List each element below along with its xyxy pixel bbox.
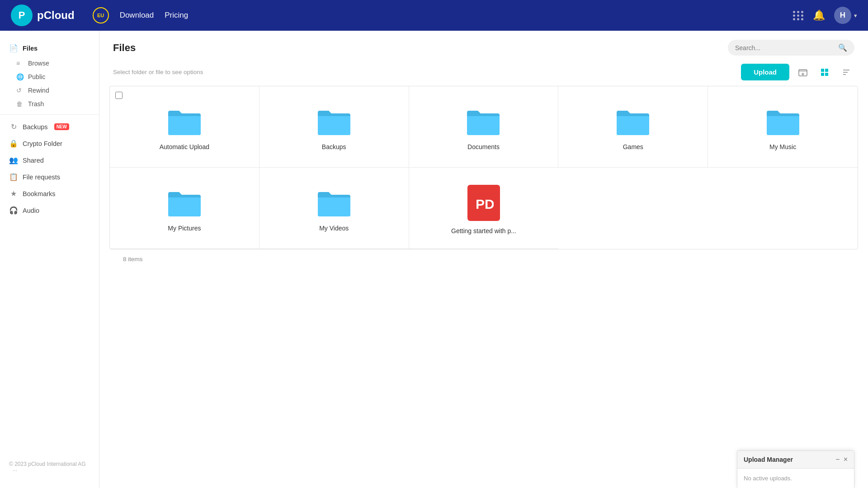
file-item[interactable]: My Pictures	[110, 168, 259, 249]
svg-rect-3	[821, 69, 824, 72]
sidebar-sub-files: ≡ Browse 🌐 Public ↺ Rewind 🗑 Trash	[0, 56, 99, 111]
toolbar: Select folder or file to see options Upl…	[99, 60, 868, 86]
eu-badge: EU	[93, 7, 109, 23]
file-grid: Automatic Upload Backups Documents Gam	[109, 86, 858, 249]
content-area: Files 🔍 Select folder or file to see opt…	[99, 31, 868, 488]
sidebar-item-files[interactable]: 📄 Files	[0, 40, 99, 56]
search-icon: 🔍	[838, 43, 847, 52]
sidebar-item-browse[interactable]: ≡ Browse	[16, 56, 99, 70]
public-icon: 🌐	[16, 73, 24, 80]
sort-icon	[842, 68, 851, 77]
sidebar-item-crypto[interactable]: 🔒 Crypto Folder	[0, 135, 99, 152]
audio-icon: 🎧	[9, 206, 18, 215]
upload-manager: Upload Manager − × No active uploads.	[737, 450, 854, 488]
pricing-link[interactable]: Pricing	[165, 11, 188, 20]
file-name: Games	[623, 143, 643, 150]
file-checkbox[interactable]	[115, 92, 123, 101]
content-header: Files 🔍	[99, 31, 868, 60]
folder-icon	[166, 188, 203, 218]
file-name: Backups	[322, 143, 346, 150]
folder-icon	[465, 106, 501, 137]
upload-manager-title: Upload Manager	[744, 456, 793, 463]
upload-button[interactable]: Upload	[741, 64, 789, 80]
footer-more-icon[interactable]: ···	[13, 467, 17, 474]
notifications-icon[interactable]: 🔔	[813, 9, 825, 21]
file-item[interactable]: Automatic Upload	[110, 86, 259, 168]
sidebar-item-audio[interactable]: 🎧 Audio	[0, 202, 99, 219]
upload-manager-header: Upload Manager − ×	[737, 451, 854, 469]
user-avatar[interactable]: H	[834, 7, 851, 24]
search-box[interactable]: 🔍	[728, 40, 854, 56]
file-item[interactable]: My Videos	[259, 168, 409, 249]
sidebar-item-backups[interactable]: ↻ Backups NEW	[0, 118, 99, 135]
items-count: 8 items	[109, 249, 858, 269]
sidebar-item-public[interactable]: 🌐 Public	[16, 70, 99, 84]
file-name: Getting started with p...	[451, 227, 516, 235]
nav-right: 🔔 H ▾	[793, 7, 857, 24]
sidebar-item-rewind[interactable]: ↺ Rewind	[16, 84, 99, 97]
search-input[interactable]	[735, 44, 835, 52]
folder-icon	[316, 188, 352, 218]
sidebar-item-file-requests[interactable]: 📋 File requests	[0, 169, 99, 185]
pdf-icon: PDF	[467, 185, 500, 221]
upload-manager-close-button[interactable]: ×	[844, 455, 848, 464]
lock-icon: 🔒	[9, 139, 18, 148]
file-item[interactable]: My Music	[708, 86, 858, 168]
rewind-icon: ↺	[16, 87, 24, 94]
logo-area: P pCloud	[11, 5, 75, 26]
file-name: My Music	[769, 143, 796, 150]
main-layout: 📄 Files ≡ Browse 🌐 Public ↺ Rewind 🗑 Tra…	[0, 31, 868, 488]
file-name: My Videos	[319, 225, 349, 232]
file-name: Documents	[467, 143, 500, 150]
file-request-icon: 📋	[9, 173, 18, 181]
trash-icon: 🗑	[16, 100, 24, 108]
logo-icon[interactable]: P	[11, 5, 33, 26]
svg-rect-6	[825, 73, 828, 76]
upload-manager-actions: − ×	[835, 455, 848, 464]
grid-view-icon	[820, 68, 829, 77]
download-link[interactable]: Download	[120, 11, 154, 20]
toolbar-hint: Select folder or file to see options	[113, 69, 736, 75]
logo-text: pCloud	[37, 9, 75, 22]
topnav: P pCloud EU Download Pricing 🔔 H ▾	[0, 0, 868, 31]
svg-text:PDF: PDF	[476, 197, 494, 211]
browse-icon: ≡	[16, 60, 24, 67]
backups-icon: ↻	[9, 122, 18, 131]
folder-icon	[316, 106, 352, 137]
folder-icon	[615, 106, 651, 137]
sidebar-item-trash[interactable]: 🗑 Trash	[16, 97, 99, 111]
sidebar: 📄 Files ≡ Browse 🌐 Public ↺ Rewind 🗑 Tra…	[0, 31, 99, 488]
new-badge: NEW	[54, 123, 69, 130]
folder-icon	[166, 106, 203, 137]
bookmark-icon: ★	[9, 189, 18, 198]
file-item[interactable]: Documents	[409, 86, 559, 168]
file-item[interactable]: Games	[558, 86, 708, 168]
new-folder-icon	[798, 67, 808, 77]
sort-button[interactable]	[838, 64, 854, 80]
page-title: Files	[113, 42, 136, 54]
svg-rect-5	[821, 73, 824, 76]
user-chevron-icon: ▾	[854, 12, 857, 19]
new-folder-button[interactable]	[795, 64, 811, 80]
file-item[interactable]: Backups	[259, 86, 409, 168]
file-grid-area: Automatic Upload Backups Documents Gam	[99, 86, 868, 488]
file-item[interactable]: PDF Getting started with p...	[409, 168, 559, 249]
sidebar-item-shared[interactable]: 👥 Shared	[0, 152, 99, 169]
file-name: My Pictures	[168, 225, 201, 232]
folder-icon	[765, 106, 801, 137]
shared-icon: 👥	[9, 156, 18, 164]
files-icon: 📄	[9, 44, 18, 52]
apps-grid-icon[interactable]	[793, 11, 804, 20]
sidebar-item-bookmarks[interactable]: ★ Bookmarks	[0, 185, 99, 202]
upload-manager-body: No active uploads.	[737, 469, 854, 488]
user-menu[interactable]: H ▾	[834, 7, 857, 24]
sidebar-footer: © 2023 pCloud International AG ···	[0, 455, 99, 479]
svg-rect-4	[825, 69, 828, 72]
upload-manager-minimize-button[interactable]: −	[835, 455, 840, 464]
grid-view-button[interactable]	[816, 64, 833, 80]
file-name: Automatic Upload	[160, 143, 210, 150]
